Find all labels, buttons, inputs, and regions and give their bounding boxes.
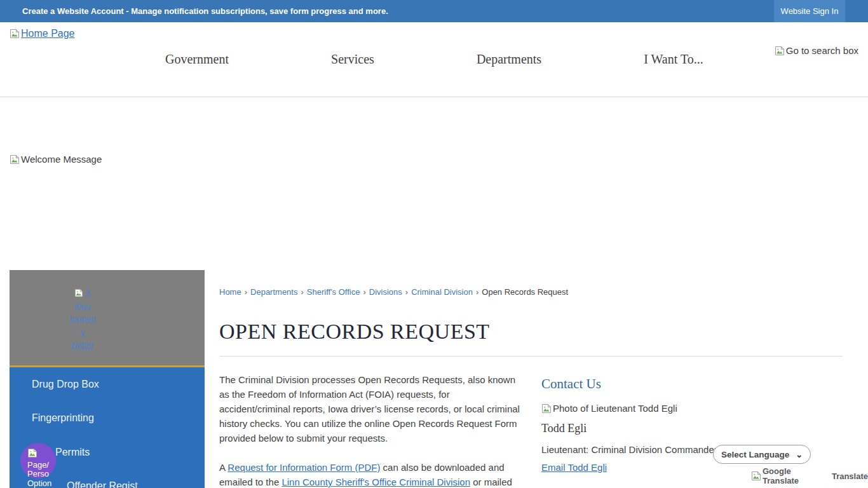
breadcrumb-separator: › — [245, 287, 247, 297]
breadcrumb-divisions[interactable]: Divisions — [369, 287, 402, 297]
article-paragraph-1: The Criminal Division processes Open Rec… — [219, 372, 523, 445]
sidebar-item-drug-drop-box[interactable]: Drug Drop Box — [10, 367, 205, 402]
broken-image-icon — [74, 288, 83, 297]
breadcrumb-separator: › — [405, 287, 408, 297]
breadcrumb: Home›Departments›Sheriff's Office›Divisi… — [219, 287, 568, 297]
translate-button[interactable]: Translate — [832, 471, 868, 481]
website-sign-in-button[interactable]: Website Sign In — [774, 0, 845, 22]
request-form-pdf-link[interactable]: Request for Information Form (PDF) — [227, 462, 380, 473]
breadcrumb-separator: › — [301, 287, 303, 297]
breadcrumb-criminal-division[interactable]: Criminal Division — [411, 287, 473, 297]
contact-photo-alt: Photo of Lieutenant Todd Egli — [553, 403, 677, 414]
site-header: Home Page Government Services Department… — [0, 22, 868, 97]
twitter-alt-text: formerl — [48, 313, 118, 326]
welcome-message-image: Welcome Message — [10, 154, 102, 165]
page-options-button[interactable]: Page/ Perso Option — [20, 443, 56, 478]
welcome-message-alt: Welcome Message — [21, 154, 102, 165]
twitter-alt-text: twitter — [48, 339, 118, 352]
page-title: OPEN RECORDS REQUEST — [219, 320, 490, 344]
select-language-dropdown[interactable]: Select Language ⌄ — [713, 445, 811, 464]
broken-image-icon — [541, 403, 552, 414]
breadcrumb-sheriffs-office[interactable]: Sheriff's Office — [307, 287, 360, 297]
page-options-alt-text: Option — [27, 479, 57, 488]
twitter-x-link-line1: X — [48, 287, 118, 300]
article-body: The Criminal Division processes Open Rec… — [219, 372, 523, 488]
broken-image-icon — [10, 154, 20, 165]
search-link-label: Go to search box — [786, 45, 858, 56]
page-root: Create a Website Account - Manage notifi… — [0, 0, 868, 488]
google-translate-logo-alt: Google Translate — [763, 466, 828, 485]
twitter-x-link[interactable]: X logo formerl y twitter — [48, 287, 118, 352]
breadcrumb-separator: › — [363, 287, 365, 297]
nav-i-want-to[interactable]: I Want To... — [644, 52, 703, 67]
select-language-label: Select Language — [721, 450, 789, 459]
criminal-division-email-link[interactable]: Linn County Sheriff's Office Criminal Di… — [281, 477, 470, 487]
page-options-content: Page/ Perso Option — [27, 448, 57, 488]
paragraph-text: or mailed — [470, 477, 512, 487]
contact-us-heading: Contact Us — [541, 376, 840, 392]
nav-government[interactable]: Government — [165, 52, 229, 67]
page-options-alt-text: Perso — [27, 470, 57, 479]
breadcrumb-home[interactable]: Home — [219, 287, 241, 297]
create-account-link[interactable]: Create a Website Account - Manage notifi… — [22, 0, 388, 22]
contact-name: Todd Egli — [541, 422, 840, 435]
broken-image-icon — [775, 46, 785, 56]
google-translate-attribution: Google Translate Translate — [751, 466, 868, 485]
breadcrumb-departments[interactable]: Departments — [250, 287, 297, 297]
breadcrumb-separator: › — [476, 287, 478, 297]
nav-departments[interactable]: Departments — [477, 52, 541, 67]
broken-image-icon — [10, 29, 20, 39]
chevron-down-icon: ⌄ — [796, 450, 803, 459]
sidebar-item-fingerprinting[interactable]: Fingerprinting — [10, 402, 205, 436]
twitter-alt-text: logo — [48, 300, 118, 313]
email-contact-link[interactable]: Email Todd Egli — [541, 462, 607, 473]
twitter-alt-text: y — [48, 326, 118, 339]
twitter-alt-text: X — [86, 287, 92, 300]
broken-image-icon — [751, 471, 761, 481]
paragraph-text: A — [219, 462, 227, 473]
top-utility-bar: Create a Website Account - Manage notifi… — [0, 0, 868, 22]
title-divider — [219, 356, 843, 356]
go-to-search-link[interactable]: Go to search box — [775, 45, 858, 56]
home-page-link[interactable]: Home Page — [10, 28, 75, 39]
broken-image-icon — [27, 448, 37, 458]
home-page-link-label: Home Page — [21, 28, 75, 39]
contact-photo-image: Photo of Lieutenant Todd Egli — [541, 403, 840, 414]
breadcrumb-current-page: Open Records Request — [482, 287, 568, 297]
sidebar-social-box: X logo formerl y twitter — [10, 270, 205, 367]
article-paragraph-2: A Request for Information Form (PDF) can… — [219, 460, 523, 488]
page-options-alt-text: Page/ — [27, 461, 57, 470]
nav-services[interactable]: Services — [331, 52, 374, 67]
